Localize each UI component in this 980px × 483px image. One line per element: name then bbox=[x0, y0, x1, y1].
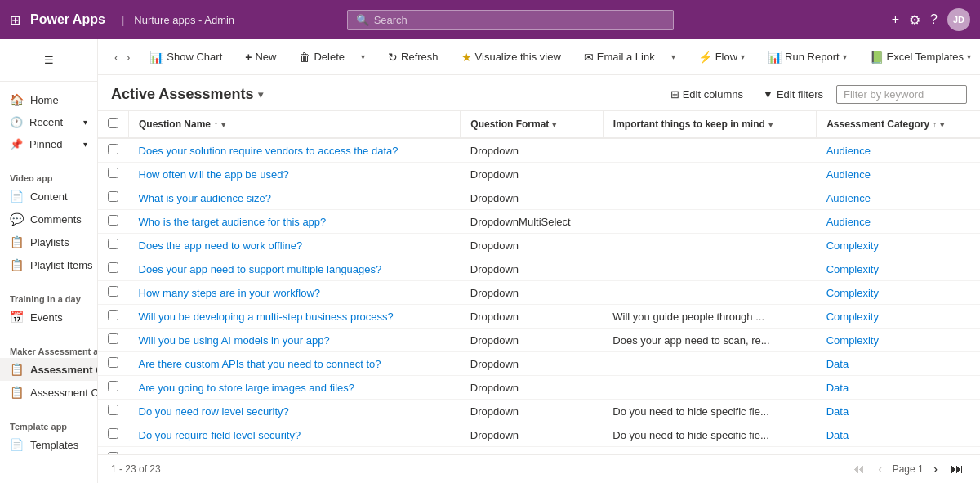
row-category[interactable]: Audience bbox=[817, 138, 980, 163]
th-question-format[interactable]: Question Format ▾ bbox=[461, 111, 603, 138]
row-checkbox-cell[interactable] bbox=[98, 186, 129, 210]
row-question-name[interactable]: Does your solution require vendors to ac… bbox=[129, 138, 461, 163]
sidebar-item-assessment-categories[interactable]: 📋 Assessment Categori... bbox=[0, 381, 97, 404]
email-dropdown-button[interactable]: ▾ bbox=[665, 49, 682, 65]
edit-filters-button[interactable]: ▼ Edit filters bbox=[756, 85, 830, 104]
search-bar[interactable]: 🔍 bbox=[347, 10, 674, 30]
delete-dropdown-button[interactable]: ▾ bbox=[354, 49, 372, 65]
row-question-name[interactable]: Does the app need to work offline? bbox=[129, 234, 461, 257]
select-all-checkbox[interactable] bbox=[108, 118, 118, 128]
row-checkbox-cell[interactable] bbox=[98, 210, 129, 234]
row-category[interactable]: Data bbox=[817, 447, 980, 455]
row-category[interactable]: Data bbox=[817, 352, 980, 376]
row-category[interactable]: Audience bbox=[817, 163, 980, 186]
next-page-button[interactable]: › bbox=[930, 460, 941, 478]
grid-icon[interactable]: ⊞ bbox=[10, 12, 20, 28]
row-question-name[interactable]: What is your audience size? bbox=[129, 186, 461, 210]
settings-icon[interactable]: ⚙ bbox=[909, 12, 920, 28]
row-checkbox[interactable] bbox=[108, 144, 118, 154]
email-link-button[interactable]: ✉ Email a Link bbox=[577, 47, 662, 67]
delete-button[interactable]: 🗑 Delete bbox=[292, 47, 351, 67]
row-checkbox-cell[interactable] bbox=[98, 400, 129, 423]
add-icon[interactable]: + bbox=[892, 12, 899, 27]
row-checkbox[interactable] bbox=[108, 215, 118, 226]
row-checkbox[interactable] bbox=[108, 357, 118, 368]
row-checkbox[interactable] bbox=[108, 239, 118, 249]
sidebar-item-comments[interactable]: 💬 Comments bbox=[0, 208, 97, 230]
row-question-name[interactable]: Do you require hierarchical security? bbox=[129, 447, 461, 455]
row-question-name[interactable]: Who is the target audience for this app? bbox=[129, 210, 461, 234]
first-page-button[interactable]: ⏮ bbox=[849, 460, 868, 478]
row-checkbox[interactable] bbox=[108, 310, 118, 320]
row-question-name[interactable]: Does your app need to support multiple l… bbox=[129, 257, 461, 281]
row-checkbox-cell[interactable] bbox=[98, 234, 129, 257]
row-checkbox-cell[interactable] bbox=[98, 423, 129, 447]
last-page-button[interactable]: ⏭ bbox=[947, 460, 967, 478]
row-category[interactable]: Audience bbox=[817, 186, 980, 210]
row-checkbox-cell[interactable] bbox=[98, 163, 129, 186]
row-checkbox[interactable] bbox=[108, 333, 118, 344]
row-question-name[interactable]: Do you require field level security? bbox=[129, 423, 461, 447]
hamburger-menu[interactable]: ☰ bbox=[0, 46, 97, 74]
row-category[interactable]: Data bbox=[817, 423, 980, 447]
row-question-name[interactable]: Will you be developing a multi-step busi… bbox=[129, 305, 461, 329]
row-checkbox-cell[interactable] bbox=[98, 281, 129, 305]
show-chart-button[interactable]: 📊 Show Chart bbox=[143, 47, 229, 67]
row-category[interactable]: Complexity bbox=[817, 234, 980, 257]
sidebar-item-assessment-questions[interactable]: 📋 Assessment Questions bbox=[0, 358, 97, 381]
prev-page-button[interactable]: ‹ bbox=[875, 460, 885, 478]
row-checkbox[interactable] bbox=[108, 168, 118, 178]
row-question-name[interactable]: How often will the app be used? bbox=[129, 163, 461, 186]
excel-templates-button[interactable]: 📗 Excel Templates ▾ bbox=[863, 47, 978, 67]
row-checkbox[interactable] bbox=[108, 191, 118, 202]
row-checkbox-cell[interactable] bbox=[98, 138, 129, 163]
row-checkbox[interactable] bbox=[108, 428, 118, 439]
row-checkbox[interactable] bbox=[108, 262, 118, 273]
row-checkbox[interactable] bbox=[108, 405, 118, 415]
sidebar-item-pinned[interactable]: 📌 Pinned ▾ bbox=[0, 133, 97, 155]
flow-button[interactable]: ⚡ Flow ▾ bbox=[692, 47, 751, 67]
row-checkbox-cell[interactable] bbox=[98, 447, 129, 455]
row-category[interactable]: Data bbox=[817, 376, 980, 400]
forward-button[interactable]: › bbox=[123, 47, 134, 67]
refresh-button[interactable]: ↻ Refresh bbox=[381, 47, 445, 67]
visualize-button[interactable]: ★ Visualize this view bbox=[455, 47, 568, 67]
sidebar-item-home[interactable]: 🏠 Home bbox=[0, 88, 97, 111]
row-checkbox-cell[interactable] bbox=[98, 376, 129, 400]
sidebar-item-playlists[interactable]: 📋 Playlists bbox=[0, 230, 97, 253]
select-all-header[interactable] bbox=[98, 111, 129, 138]
sidebar-item-events[interactable]: 📅 Events bbox=[0, 306, 97, 329]
avatar[interactable]: JD bbox=[947, 8, 970, 31]
row-category[interactable]: Complexity bbox=[817, 305, 980, 329]
row-question-name[interactable]: Are there custom APIs that you need to c… bbox=[129, 352, 461, 376]
row-checkbox-cell[interactable] bbox=[98, 257, 129, 281]
row-category[interactable]: Complexity bbox=[817, 329, 980, 352]
row-checkbox[interactable] bbox=[108, 381, 118, 391]
th-assessment-category[interactable]: Assessment Category ↑ ▾ bbox=[817, 111, 980, 138]
help-icon[interactable]: ? bbox=[930, 12, 938, 27]
sidebar-item-content[interactable]: 📄 Content bbox=[0, 185, 97, 208]
sidebar-item-recent[interactable]: 🕐 Recent ▾ bbox=[0, 111, 97, 133]
run-report-button[interactable]: 📊 Run Report ▾ bbox=[761, 47, 853, 67]
row-category[interactable]: Data bbox=[817, 400, 980, 423]
row-question-name[interactable]: How many steps are in your workflow? bbox=[129, 281, 461, 305]
row-category[interactable]: Complexity bbox=[817, 257, 980, 281]
search-input[interactable] bbox=[374, 14, 665, 26]
sidebar-item-playlist-items[interactable]: 📋 Playlist Items bbox=[0, 253, 97, 276]
row-checkbox-cell[interactable] bbox=[98, 329, 129, 352]
view-title[interactable]: Active Assessments ▾ bbox=[111, 86, 263, 103]
row-question-name[interactable]: Do you need row level security? bbox=[129, 400, 461, 423]
filter-keyword-input[interactable] bbox=[836, 85, 967, 104]
row-checkbox-cell[interactable] bbox=[98, 305, 129, 329]
th-question-name[interactable]: Question Name ↑ ▾ bbox=[129, 111, 461, 138]
edit-columns-button[interactable]: ⊞ Edit columns bbox=[664, 85, 750, 104]
row-category[interactable]: Complexity bbox=[817, 281, 980, 305]
row-checkbox-cell[interactable] bbox=[98, 352, 129, 376]
row-question-name[interactable]: Are you going to store large images and … bbox=[129, 376, 461, 400]
new-button[interactable]: + New bbox=[238, 47, 283, 67]
sidebar-item-templates[interactable]: 📄 Templates bbox=[0, 433, 97, 456]
row-category[interactable]: Audience bbox=[817, 210, 980, 234]
th-important-things[interactable]: Important things to keep in mind ▾ bbox=[603, 111, 816, 138]
row-checkbox[interactable] bbox=[108, 286, 118, 297]
back-button[interactable]: ‹ bbox=[111, 47, 122, 67]
